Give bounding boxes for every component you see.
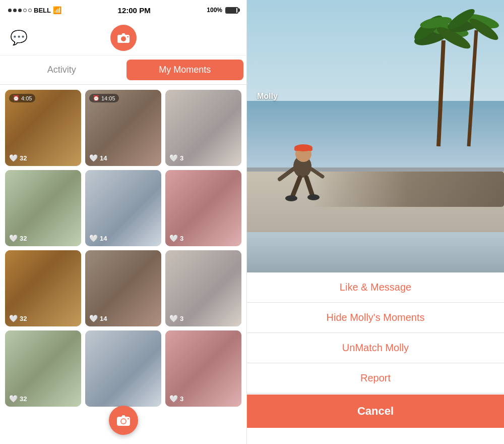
like-badge-1: 🤍 32 xyxy=(9,154,27,162)
like-badge-5: 🤍 14 xyxy=(89,234,107,242)
app-header: 💬 xyxy=(0,20,246,56)
svg-rect-21 xyxy=(294,148,312,151)
like-badge-10: 🤍 32 xyxy=(9,395,27,403)
tab-activity[interactable]: Activity xyxy=(3,60,120,80)
action-like-message[interactable]: Like & Message xyxy=(247,272,504,303)
heart-icon-5: 🤍 xyxy=(89,234,98,242)
svg-point-1 xyxy=(121,36,126,41)
wifi-icon: 📶 xyxy=(53,6,61,14)
timer-badge-2: ⏰ 14:05 xyxy=(89,94,119,102)
action-report[interactable]: Report xyxy=(247,363,504,394)
status-left: BELL 📶 xyxy=(8,6,61,14)
svg-point-27 xyxy=(307,194,320,200)
dot1 xyxy=(8,9,12,12)
status-bar: BELL 📶 12:00 PM 100% xyxy=(0,0,246,20)
dot4 xyxy=(23,9,27,12)
heart-icon-6: 🤍 xyxy=(169,234,178,242)
action-sheet: Like & Message Hide Molly's Moments UnMa… xyxy=(247,272,504,428)
dot5 xyxy=(28,9,32,12)
camera-header-button[interactable] xyxy=(110,25,137,51)
moment-card-2[interactable]: ⏰ 14:05 🤍 14 xyxy=(85,90,161,166)
svg-point-5 xyxy=(121,419,125,423)
cancel-button[interactable]: Cancel xyxy=(247,395,504,428)
chat-icon[interactable]: 💬 xyxy=(10,29,28,46)
camera-svg-icon xyxy=(117,32,130,43)
tab-my-moments[interactable]: My Moments xyxy=(127,60,244,80)
like-badge-6: 🤍 3 xyxy=(169,234,183,242)
action-unmatch[interactable]: UnMatch Molly xyxy=(247,333,504,363)
moment-card-10[interactable]: 🤍 32 xyxy=(5,330,81,407)
moment-card-12[interactable]: 🤍 3 xyxy=(165,330,241,407)
moment-card-6[interactable]: 🤍 3 xyxy=(165,170,241,246)
skater-figure-svg xyxy=(277,141,338,222)
heart-icon-12: 🤍 xyxy=(169,395,178,403)
svg-rect-6 xyxy=(128,418,129,419)
clock-icon: ⏰ xyxy=(13,95,20,101)
water-area xyxy=(247,232,504,272)
left-panel: BELL 📶 12:00 PM 100% 💬 Activity M xyxy=(0,0,247,444)
svg-line-22 xyxy=(280,169,293,179)
clock-icon-2: ⏰ xyxy=(93,95,100,101)
timer-badge-1: ⏰ 4:05 xyxy=(9,94,35,102)
status-right: 100% xyxy=(207,7,238,14)
like-badge-12: 🤍 3 xyxy=(169,395,183,403)
like-badge-7: 🤍 32 xyxy=(9,314,27,322)
camera-fab-button[interactable] xyxy=(109,406,138,435)
svg-rect-2 xyxy=(127,36,129,37)
svg-point-26 xyxy=(285,195,297,201)
heart-icon-8: 🤍 xyxy=(89,314,98,322)
moment-card-11[interactable] xyxy=(85,330,161,407)
heart-icon-7: 🤍 xyxy=(9,314,18,322)
moment-card-4[interactable]: 🤍 32 xyxy=(5,170,81,246)
like-badge-4: 🤍 32 xyxy=(9,234,27,242)
svg-line-23 xyxy=(311,169,323,177)
battery-fill xyxy=(226,8,236,13)
like-badge-2: 🤍 14 xyxy=(89,154,107,162)
crowd-area xyxy=(312,172,504,207)
svg-line-25 xyxy=(306,178,312,196)
photo-background: Molly xyxy=(247,0,504,272)
moments-grid-container: ⏰ 4:05 🤍 32 ⏰ 14:05 🤍 14 xyxy=(0,85,246,444)
dot3 xyxy=(18,9,22,12)
like-badge-9: 🤍 3 xyxy=(169,314,183,322)
like-badge-8: 🤍 14 xyxy=(89,314,107,322)
svg-line-24 xyxy=(292,178,300,197)
moment-card-9[interactable]: 🤍 3 xyxy=(165,250,241,326)
time-display: 12:00 PM xyxy=(118,6,151,15)
fab-camera-icon xyxy=(116,414,131,426)
dot2 xyxy=(13,9,17,12)
moment-card-8[interactable]: 🤍 14 xyxy=(85,250,161,326)
tab-bar: Activity My Moments xyxy=(0,56,246,85)
moments-grid: ⏰ 4:05 🤍 32 ⏰ 14:05 🤍 14 xyxy=(0,85,246,412)
moment-card-3[interactable]: 🤍 3 xyxy=(165,90,241,166)
battery-percent: 100% xyxy=(207,7,222,14)
heart-icon-9: 🤍 xyxy=(169,314,178,322)
moment-card-5[interactable]: 🤍 14 xyxy=(85,170,161,246)
heart-icon-10: 🤍 xyxy=(9,395,18,403)
heart-icon-4: 🤍 xyxy=(9,234,18,242)
palm-trees-svg xyxy=(398,0,499,151)
heart-icon-2: 🤍 xyxy=(89,154,98,162)
action-hide-moments[interactable]: Hide Molly's Moments xyxy=(247,303,504,333)
user-name-label: Molly xyxy=(257,92,278,101)
like-badge-3: 🤍 3 xyxy=(169,154,183,162)
svg-line-7 xyxy=(438,40,444,146)
right-panel: Molly Like & Message Hide Molly's Moment… xyxy=(247,0,504,444)
moment-card-7[interactable]: 🤍 32 xyxy=(5,250,81,326)
signal-dots xyxy=(8,9,32,12)
battery-icon xyxy=(225,7,238,14)
heart-icon-1: 🤍 xyxy=(9,154,18,162)
heart-icon-3: 🤍 xyxy=(169,154,178,162)
carrier-text: BELL xyxy=(34,7,51,14)
moment-card-1[interactable]: ⏰ 4:05 🤍 32 xyxy=(5,90,81,166)
